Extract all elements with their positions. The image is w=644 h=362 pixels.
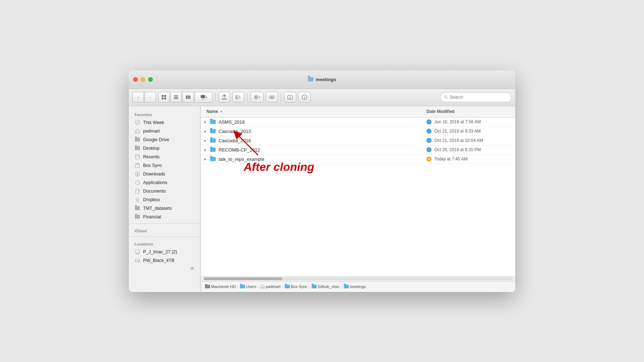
- file-row-date: ✓ Oct 21, 2019 at 9:33 AM: [426, 129, 512, 134]
- sidebar-item-tmt-datasets[interactable]: TMT_datasets: [129, 204, 200, 213]
- folder-icon: [344, 285, 349, 288]
- folder-icon: [135, 137, 140, 143]
- tmt-folder-icon: [135, 205, 140, 211]
- breadcrumb-item-box-sync[interactable]: Box Sync: [285, 284, 307, 289]
- sidebar-item-dropbox[interactable]: Dropbox: [129, 195, 200, 204]
- svg-point-17: [271, 96, 273, 98]
- sidebar-label: Documents: [143, 189, 166, 194]
- sidebar-item-pw-black[interactable]: PW_Black_4TB: [129, 256, 200, 265]
- sidebar-item-applications[interactable]: Applications: [129, 178, 200, 187]
- column-view-button[interactable]: [182, 92, 194, 103]
- eject-button[interactable]: ⏏: [190, 266, 194, 271]
- financial-folder-icon: [135, 214, 140, 220]
- table-row[interactable]: ▶ talk_to_repo_example ● Today at 7:45 A…: [201, 155, 515, 164]
- icon-view-button[interactable]: [158, 92, 170, 103]
- window-title: meetings: [308, 77, 336, 82]
- sidebar-label: Desktop: [143, 146, 160, 151]
- action-button[interactable]: ▾: [250, 92, 264, 103]
- sidebar-item-downloads[interactable]: Downloads: [129, 170, 200, 178]
- status-indicator: ✓: [426, 129, 431, 134]
- svg-point-22: [444, 96, 447, 98]
- expand-button[interactable]: ▶: [204, 148, 207, 152]
- tag-button[interactable]: [232, 92, 244, 103]
- search-input[interactable]: [450, 95, 508, 100]
- svg-rect-12: [203, 99, 204, 99]
- status-indicator: ✓: [426, 119, 431, 124]
- breadcrumb-label: meetings: [350, 284, 366, 289]
- sidebar-item-box-sync[interactable]: Box Sync: [129, 161, 200, 170]
- share-button[interactable]: [219, 92, 230, 103]
- this-week-icon: [135, 120, 140, 125]
- file-row-name: ▶ talk_to_repo_example: [204, 157, 426, 162]
- sidebar-item-desktop[interactable]: Desktop: [129, 144, 200, 153]
- info-button[interactable]: i: [298, 92, 311, 103]
- tag-icon: [235, 95, 241, 99]
- sidebar-item-google-drive[interactable]: Google Drive: [129, 135, 200, 144]
- sidebar-item-pj-imac[interactable]: P_J_Imac_27 (2): [129, 248, 200, 256]
- preview-button[interactable]: [266, 92, 278, 103]
- minimize-button[interactable]: [141, 77, 145, 82]
- sidebar-item-financial[interactable]: Financial: [129, 213, 200, 221]
- svg-rect-7: [186, 95, 187, 99]
- desktop-icon: [135, 145, 140, 151]
- breadcrumb-item-github-misc[interactable]: Github_misc: [312, 284, 340, 289]
- name-column-header[interactable]: Name ▼: [204, 109, 426, 114]
- svg-rect-1: [164, 95, 166, 97]
- table-row[interactable]: ▶ Cascadia_2018 ✓ Oct 21, 2019 at 10:04 …: [201, 136, 515, 145]
- sidebar-label: TMT_datasets: [143, 206, 172, 211]
- new-folder-icon: [287, 95, 293, 100]
- search-box[interactable]: [440, 92, 512, 102]
- new-folder-button[interactable]: [284, 92, 296, 103]
- svg-rect-0: [162, 95, 164, 97]
- scroll-area[interactable]: [201, 276, 515, 281]
- sidebar-label: Google Drive: [143, 137, 169, 142]
- icloud-header: iCloud: [129, 226, 200, 234]
- svg-point-39: [138, 261, 139, 262]
- drive-icon: [135, 258, 140, 263]
- table-row[interactable]: ▶ RECOMB-CP_2012 ✓ Oct 20, 2019 at 6:20 …: [201, 145, 515, 155]
- file-list-header: Name ▼ Date Modified: [201, 106, 515, 118]
- forward-button[interactable]: ›: [145, 92, 156, 103]
- scroll-track[interactable]: [204, 277, 512, 280]
- maximize-button[interactable]: [148, 77, 153, 82]
- hd-icon: [205, 285, 210, 288]
- gallery-view-button[interactable]: ▾: [195, 92, 213, 103]
- sidebar-item-pwilmart[interactable]: pwilmart: [129, 127, 200, 135]
- window-title-text: meetings: [316, 77, 336, 82]
- folder-icon: [210, 148, 216, 152]
- breadcrumb-label: Users: [246, 284, 257, 289]
- back-button[interactable]: ‹: [132, 92, 144, 103]
- sidebar-label: This Week: [143, 120, 164, 125]
- breadcrumb-item-meetings[interactable]: meetings: [344, 284, 366, 289]
- list-view-button[interactable]: [170, 92, 182, 103]
- svg-point-14: [236, 97, 238, 98]
- svg-point-15: [255, 96, 257, 98]
- locations-header: Locations: [129, 239, 200, 248]
- breadcrumb-item-macintosh[interactable]: Macintosh HD: [205, 284, 236, 289]
- sidebar-item-recents[interactable]: Recents: [129, 153, 200, 161]
- breadcrumb-separator: ›: [237, 284, 239, 289]
- expand-button[interactable]: ▶: [204, 129, 207, 133]
- expand-button[interactable]: ▶: [204, 120, 207, 124]
- sidebar-item-documents[interactable]: Documents: [129, 187, 200, 195]
- expand-button[interactable]: ▶: [204, 139, 207, 142]
- svg-text:i: i: [304, 96, 305, 99]
- table-row[interactable]: ▶ ASMS_2018 ✓ Jun 10, 2018 at 7:56 AM: [201, 118, 515, 127]
- svg-rect-25: [135, 155, 140, 159]
- monitor-icon: [135, 249, 140, 255]
- expand-button[interactable]: ▶: [204, 157, 207, 161]
- svg-rect-8: [188, 95, 189, 99]
- svg-rect-10: [201, 95, 205, 98]
- date-column-header: Date Modified: [426, 109, 512, 114]
- sidebar-item-this-week[interactable]: This Week: [129, 118, 200, 127]
- sidebar-label: Downloads: [143, 172, 165, 177]
- dropbox-icon: [135, 197, 140, 203]
- close-button[interactable]: [133, 77, 138, 82]
- breadcrumb-item-pwilmart[interactable]: pwilmart: [260, 284, 280, 289]
- table-row[interactable]: ▶ Cascadia_2013 ✓ Oct 21, 2019 at 9:33 A…: [201, 127, 515, 136]
- file-row-date: ✓ Oct 21, 2019 at 10:04 AM: [426, 138, 512, 143]
- scroll-thumb[interactable]: [204, 277, 282, 280]
- svg-marker-32: [135, 180, 140, 184]
- file-row-date: ● Today at 7:45 AM: [426, 157, 512, 162]
- breadcrumb-item-users[interactable]: Users: [240, 284, 257, 289]
